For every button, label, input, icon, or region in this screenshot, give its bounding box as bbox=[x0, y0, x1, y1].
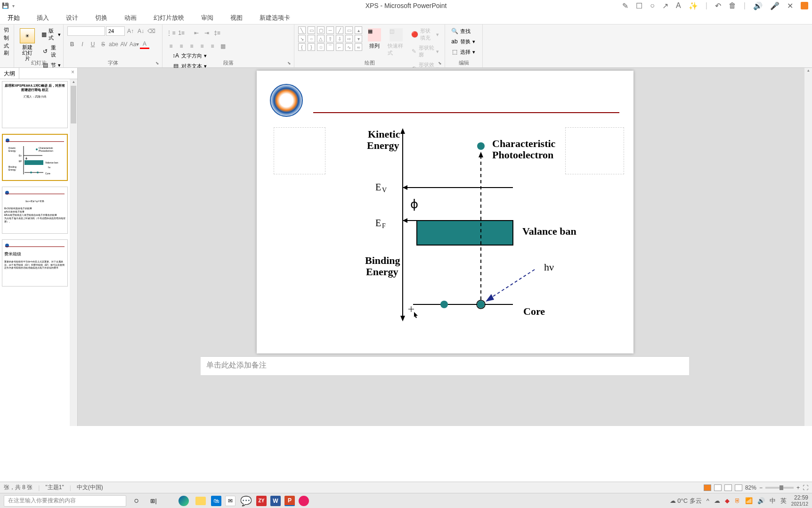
format-painter-button[interactable]: 式刷 bbox=[4, 42, 10, 57]
notes-pane[interactable]: 单击此处添加备注 bbox=[201, 356, 689, 375]
thumbnail-list[interactable]: 原理和XPSPEAK4.1对C峰进 后，对所有图谱进行荷电 校正 汇报人：武陵小… bbox=[0, 79, 70, 426]
word-icon[interactable]: W bbox=[270, 496, 281, 506]
taskbar-search[interactable]: 在这里输入你要搜索的内容 bbox=[4, 495, 126, 507]
bullets-button[interactable]: ⋮≡ bbox=[166, 28, 176, 38]
wechat-icon[interactable]: 💬 bbox=[239, 494, 252, 508]
tray-chevron-icon[interactable]: ^ bbox=[706, 497, 709, 504]
find-button[interactable]: 🔍查找 bbox=[449, 26, 479, 36]
store-icon[interactable]: 🛍 bbox=[211, 496, 221, 506]
tray-volume-icon[interactable]: 🔊 bbox=[757, 497, 765, 504]
shape-line[interactable]: ╲ bbox=[298, 26, 306, 34]
numbering-button[interactable]: 1≡ bbox=[177, 28, 186, 38]
app-icon[interactable] bbox=[299, 496, 309, 506]
slide-canvas[interactable]: Kinetic Energy Characteristic Photoelect… bbox=[257, 71, 633, 353]
shape-arrow-right[interactable]: ⇨ bbox=[345, 35, 353, 42]
arrow-icon[interactable]: ↗ bbox=[662, 1, 668, 10]
tab-newtab[interactable]: 新建选项卡 bbox=[256, 12, 294, 24]
slide-thumb-3[interactable]: hν=Ek+φ+EB Ek为X射线激发电子的能量 φ为出射的电子能量 EB由真空… bbox=[2, 187, 68, 234]
columns-button[interactable]: ▦ bbox=[218, 41, 227, 51]
shape-outline-button[interactable]: ✎形状轮廓 ▾ bbox=[409, 43, 441, 59]
shape-connector[interactable]: ↘ bbox=[298, 35, 306, 42]
thumbnail-scrollbar[interactable]: ▴ bbox=[70, 79, 77, 426]
powerpoint-icon[interactable]: P bbox=[284, 496, 295, 506]
ime-en[interactable]: 英 bbox=[780, 497, 787, 505]
font-dialog-launcher-icon[interactable]: ⬊ bbox=[155, 61, 160, 66]
shape-l[interactable]: ⌐ bbox=[336, 43, 343, 51]
panel-close-icon[interactable]: × bbox=[68, 68, 77, 79]
tab-review[interactable]: 审阅 bbox=[197, 12, 217, 24]
wand-icon[interactable]: ✨ bbox=[689, 1, 698, 10]
outline-tab[interactable]: 大纲 bbox=[0, 68, 19, 79]
placeholder-1[interactable] bbox=[274, 127, 325, 174]
tab-home[interactable]: 开始 bbox=[4, 12, 24, 24]
reset-button[interactable]: ↺重设 bbox=[40, 43, 63, 59]
save-icon[interactable]: 💾 bbox=[2, 2, 8, 9]
shape-oval[interactable]: ○ bbox=[308, 35, 315, 42]
zoom-in-button[interactable]: + bbox=[796, 484, 800, 491]
shape-line2[interactable]: ─ bbox=[326, 26, 334, 34]
char-spacing-button[interactable]: AV bbox=[119, 40, 129, 49]
speaker-icon[interactable]: 🔊 bbox=[753, 1, 763, 10]
undo-icon[interactable]: ↶ bbox=[715, 1, 721, 10]
shape-curve[interactable]: ⌒ bbox=[326, 43, 334, 51]
align-right-button[interactable]: ≡ bbox=[187, 41, 196, 51]
qat-dropdown-icon[interactable]: ▾ bbox=[12, 3, 15, 8]
underline-button[interactable]: U bbox=[88, 40, 97, 49]
normal-view-button[interactable] bbox=[704, 484, 711, 491]
tray-app-icon[interactable]: ◆ bbox=[725, 497, 730, 504]
tab-view[interactable]: 视图 bbox=[227, 12, 246, 24]
fit-window-button[interactable]: ⛶ bbox=[803, 484, 808, 491]
shape-gallery[interactable]: ╲ ▭ ▢ ─ ╱ ▭ ▴ ↘ ○ △ ⇧ ⇩ ⇨ ▾ { } ☆ ⌒ ⌐ ∿ bbox=[298, 26, 363, 51]
distribute-button[interactable]: ≡ bbox=[208, 41, 217, 51]
zoom-slider[interactable] bbox=[765, 487, 794, 489]
square-icon[interactable]: ☐ bbox=[636, 1, 642, 10]
tray-onedrive-icon[interactable]: ☁ bbox=[714, 497, 720, 504]
text-icon[interactable]: A bbox=[676, 1, 681, 10]
paragraph-dialog-launcher-icon[interactable]: ⬊ bbox=[287, 61, 292, 66]
clear-format-icon[interactable]: ⌫ bbox=[146, 26, 156, 36]
edge-icon[interactable] bbox=[177, 494, 190, 508]
zoom-out-button[interactable]: − bbox=[759, 484, 763, 491]
copy-button[interactable]: 制 bbox=[4, 34, 10, 41]
mail-icon[interactable]: ✉ bbox=[225, 496, 235, 506]
new-slide-button[interactable]: ☀ 新建 幻灯片 bbox=[18, 26, 37, 63]
font-size-select[interactable] bbox=[106, 26, 125, 36]
delete-icon[interactable]: 🗑 bbox=[729, 1, 736, 10]
increase-font-icon[interactable]: A↑ bbox=[126, 26, 135, 36]
bold-button[interactable]: B bbox=[67, 40, 77, 49]
align-center-button[interactable]: ≡ bbox=[177, 41, 186, 51]
shape-free[interactable]: ∿ bbox=[345, 43, 353, 51]
text-direction-button[interactable]: ↕A文字方向 ▾ bbox=[170, 51, 290, 60]
shape-star[interactable]: ☆ bbox=[317, 43, 325, 51]
sorter-view-button[interactable] bbox=[714, 484, 722, 491]
tab-insert[interactable]: 插入 bbox=[33, 12, 53, 24]
shape-triangle[interactable]: △ bbox=[317, 35, 325, 42]
slide-scrollbar[interactable]: ▴ bbox=[804, 68, 812, 426]
clock[interactable]: 22:59 2021/12 bbox=[791, 495, 808, 506]
shape-arrow-up[interactable]: ⇧ bbox=[326, 35, 334, 42]
decrease-indent-button[interactable]: ⇤ bbox=[192, 28, 201, 38]
reading-view-button[interactable] bbox=[724, 484, 732, 491]
tray-network-icon[interactable]: 📶 bbox=[745, 497, 753, 504]
cut-button[interactable]: 切 bbox=[4, 26, 10, 33]
align-justify-button[interactable]: ≡ bbox=[197, 41, 207, 51]
shape-fill-button[interactable]: 🔴形状填充 ▾ bbox=[409, 26, 441, 42]
shape-line3[interactable]: ╱ bbox=[336, 26, 343, 34]
zoom-level[interactable]: 82% bbox=[745, 484, 756, 491]
shape-rect[interactable]: ▭ bbox=[308, 26, 315, 34]
case-button[interactable]: Aa▾ bbox=[130, 40, 139, 49]
orange-button[interactable] bbox=[801, 2, 808, 9]
tab-slideshow[interactable]: 幻灯片放映 bbox=[150, 12, 188, 24]
font-family-select[interactable] bbox=[67, 26, 105, 36]
shape-roundrect[interactable]: ▢ bbox=[317, 26, 325, 34]
increase-indent-button[interactable]: ⇥ bbox=[202, 28, 211, 38]
slideshow-view-button[interactable] bbox=[735, 484, 742, 491]
tab-design[interactable]: 设计 bbox=[62, 12, 82, 24]
quickstyle-button[interactable]: ◫ 快速样式 bbox=[386, 26, 406, 58]
slide-thumb-4[interactable]: 费米能级 重要的参考能级在半导体中的意义尤其重要。对于金属来说，由于真空能级（E… bbox=[2, 239, 68, 287]
align-left-button[interactable]: ≡ bbox=[166, 41, 176, 51]
shape-up[interactable]: ▴ bbox=[355, 26, 362, 34]
explorer-icon[interactable] bbox=[194, 494, 207, 508]
shape-brace-r[interactable]: } bbox=[308, 43, 315, 51]
tray-security-icon[interactable]: ⛨ bbox=[734, 497, 740, 504]
